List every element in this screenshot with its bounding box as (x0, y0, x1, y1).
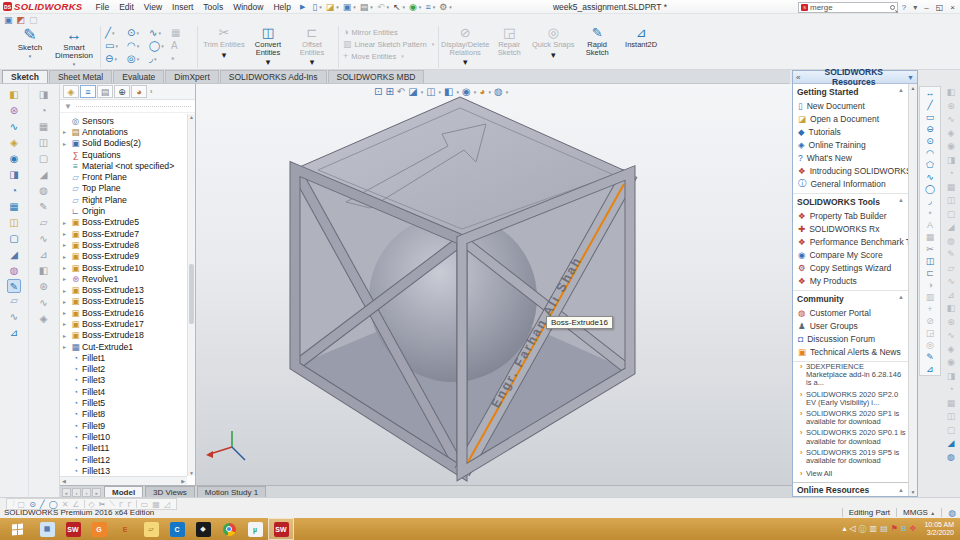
tree-item-boss-extrude15[interactable]: ▸▣Boss-Extrude15 (60, 296, 187, 307)
expand-arrow-icon[interactable]: ▸ (63, 241, 70, 248)
combine-icon[interactable]: ◧ (39, 263, 48, 279)
arc-tool[interactable]: ◠▾ (127, 40, 149, 51)
rib-icon[interactable]: ◫ (9, 215, 18, 231)
tree-item-fillet5[interactable]: ◔Fillet5 (60, 397, 187, 408)
disabled-tool-icon[interactable]: ◨ (947, 154, 956, 168)
capture-disabled-icon[interactable]: ▢ (29, 15, 38, 25)
doc-nav-icon[interactable]: » (92, 488, 101, 497)
units-selector[interactable]: MMGS ▲ (903, 508, 935, 517)
network-icon[interactable]: ▥ (870, 524, 878, 535)
save-icon[interactable]: ▣ (342, 2, 353, 12)
panel-tab-dimxpert[interactable]: ⊕ (114, 85, 130, 98)
move-body-icon[interactable]: ⊿ (39, 247, 47, 263)
link-user-groups[interactable]: ♟User Groups (796, 319, 905, 332)
expand-arrow-icon[interactable]: ▸ (63, 264, 70, 271)
taskbar-app-pdf-app[interactable]: G (86, 518, 112, 540)
expand-arrow-icon[interactable]: ▸ (63, 219, 70, 226)
sketch-fillet-tool[interactable]: ◞▾ (149, 53, 171, 64)
rectangle-icon[interactable]: ▭ (926, 111, 935, 123)
disabled-tool-icon[interactable]: ◨ (947, 370, 956, 384)
task-pane-header[interactable]: « SOLIDWORKS Resources ▼ (793, 71, 917, 84)
view-orientation-icon[interactable]: ◫ (426, 86, 435, 97)
mirror-feature-icon[interactable]: ⊛ (39, 279, 47, 295)
disabled-tool-icon[interactable]: ◫ (947, 194, 956, 208)
tree-item-fillet12[interactable]: ◔Fillet12 (60, 454, 187, 465)
sketch-active-icon[interactable]: ✎ (7, 279, 21, 293)
sketch-fillet-icon[interactable]: ◞ (928, 195, 932, 207)
convert-entities-button[interactable]: ◫Convert Entities▾ (246, 26, 290, 67)
taskbar-app-solidworks-2016[interactable]: SW (60, 518, 86, 540)
disabled-tool-icon[interactable]: ▦ (947, 181, 956, 195)
disabled-tool-icon[interactable]: ▦ (947, 397, 956, 411)
section-view-icon[interactable]: ◪ (408, 86, 417, 97)
tab-solidworks-add-ins[interactable]: SOLIDWORKS Add-Ins (220, 70, 327, 83)
model-3d[interactable]: Engr. Farhan Ali Shah (196, 84, 792, 485)
delete-body-icon[interactable]: ◈ (40, 311, 48, 327)
extruded-boss-icon[interactable]: ◧ (9, 87, 18, 103)
tree-item-fillet4[interactable]: ◔Fillet4 (60, 386, 187, 397)
tree-item-equations[interactable]: ∑Equations (60, 149, 187, 160)
instant2d-button[interactable]: ⊿Instant2D (619, 26, 663, 49)
pattern-tool[interactable]: ▦ (171, 27, 193, 38)
restore-icon[interactable]: ◱ (936, 3, 944, 12)
expand-arrow-icon[interactable]: ▸ (63, 320, 70, 327)
menu-view[interactable]: View (139, 2, 167, 12)
move-entities-icon[interactable]: + (927, 303, 932, 315)
tree-item-front-plane[interactable]: ▱Front Plane (60, 171, 187, 182)
rapid-sketch-icon[interactable]: ✎ (926, 351, 934, 363)
tree-item-fillet13[interactable]: ◔Fillet13 (60, 465, 187, 476)
scrollbar-thumb[interactable] (189, 264, 194, 324)
tree-item-boss-extrude17[interactable]: ▸▣Boss-Extrude17 (60, 318, 187, 329)
display-style-icon[interactable]: ◧ (444, 86, 453, 97)
text-tool[interactable]: A (171, 40, 193, 51)
zoom-fit-icon[interactable]: ⊡ (374, 86, 382, 97)
link-tutorials[interactable]: ◆Tutorials (796, 125, 905, 138)
point-icon[interactable]: • (928, 207, 931, 219)
select-icon[interactable]: ↖ (392, 2, 402, 12)
panel-tab-displaymanager[interactable]: ◕ (131, 85, 147, 98)
record-video-icon[interactable]: ◩ (17, 15, 26, 25)
menu-tools[interactable]: Tools (198, 2, 228, 12)
view-all-link[interactable]: View All (799, 470, 906, 478)
panel-tab-part[interactable]: ◈ (63, 85, 79, 98)
disabled-tool-icon[interactable]: ⊛ (947, 316, 955, 330)
hole-wizard-icon[interactable]: ▦ (39, 119, 48, 135)
smart-dimension-icon[interactable]: ↔ (926, 87, 935, 99)
disabled-tool-icon[interactable]: ▢ (947, 424, 956, 438)
disabled-tool-icon[interactable]: ⊿ (947, 289, 955, 303)
move-entities-button[interactable]: +Move Entities▾ (343, 51, 404, 61)
utorrent-tray-icon[interactable]: Ⓤ (859, 524, 867, 535)
split-icon[interactable]: ∿ (39, 231, 47, 247)
disabled-tool-icon[interactable]: ◍ (947, 235, 955, 249)
spline-icon[interactable]: ∿ (926, 171, 934, 183)
lofted-boss-icon[interactable]: ◈ (10, 135, 18, 151)
tray-expand-icon[interactable]: ▴ (842, 524, 846, 535)
display-delete-icon[interactable]: ⊘ (926, 315, 934, 327)
line-tool[interactable]: ╱▾ (105, 27, 127, 38)
menu-insert[interactable]: Insert (167, 2, 198, 12)
news-link[interactable]: 3DEXPERIENCE Marketplace add-in 6.28.146… (799, 363, 906, 388)
link-copy-settings-wizard[interactable]: ⚙Copy Settings Wizard (796, 261, 905, 274)
tree-item-fillet11[interactable]: ◔Fillet11 (60, 443, 187, 454)
pattern-icon[interactable]: ▦ (926, 231, 935, 243)
deform-icon[interactable]: ◢ (40, 167, 48, 183)
hide-show-icon[interactable]: ◉ (462, 86, 471, 97)
link-online-training[interactable]: ◈Online Training (796, 138, 905, 151)
tab-dimxpert[interactable]: DimXpert (165, 70, 218, 83)
open-icon[interactable]: ◪ (325, 2, 336, 12)
scale-icon[interactable]: ∿ (39, 295, 47, 311)
globe-icon[interactable]: ◍ (948, 508, 956, 518)
tree-item-boss-extrude7[interactable]: ▸▣Boss-Extrude7 (60, 228, 187, 239)
ellipse-tool[interactable]: ◯▾ (149, 40, 171, 51)
spline-tool[interactable]: ∿▾ (149, 27, 171, 38)
clock[interactable]: 10:05 AM 3/2/2020 (924, 521, 954, 537)
display-icon[interactable]: ▤ (880, 524, 888, 535)
link-open-a-document[interactable]: ◪Open a Document (796, 112, 905, 125)
menu-help[interactable]: Help (268, 2, 295, 12)
expand-arrow-icon[interactable]: ▸ (63, 128, 70, 135)
mirror-entities-button[interactable]: ◑Mirror Entities (343, 27, 398, 37)
loft-cut-icon[interactable]: ◔ (40, 103, 46, 119)
disabled-tool-icon[interactable]: ∿ (947, 113, 955, 127)
undo-icon[interactable]: ↶ (376, 2, 386, 12)
tree-item-origin[interactable]: ∟Origin (60, 205, 187, 216)
